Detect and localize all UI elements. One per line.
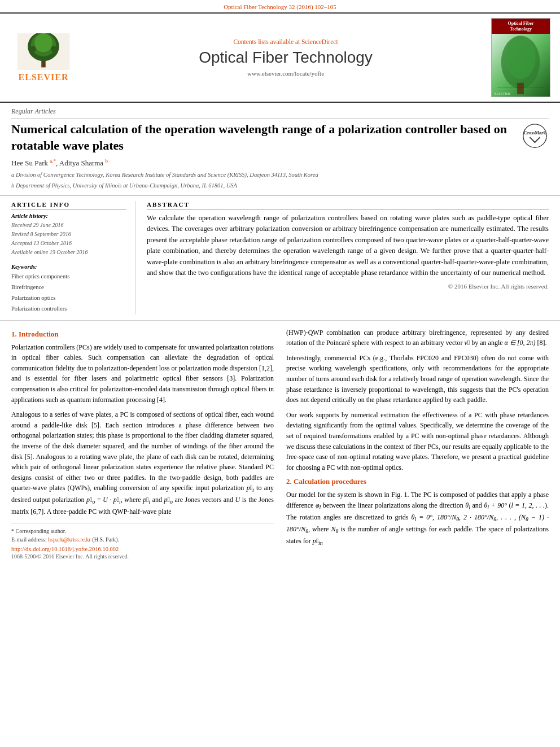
history-label: Article history: — [11, 213, 126, 219]
elsevier-tree-icon — [15, 33, 72, 70]
page-container: Optical Fiber Technology 32 (2016) 102–1… — [0, 0, 560, 566]
keywords-label: Keywords: — [11, 264, 126, 270]
section1-para2: Analogous to a series of wave plates, a … — [11, 409, 274, 517]
date-available: Available online 19 October 2016 — [11, 248, 126, 257]
svg-point-14 — [523, 124, 546, 147]
abstract-header: ABSTRACT — [147, 201, 549, 209]
logo-left: ELSEVIER — [7, 33, 80, 82]
main-content: 1. Introduction Polarization controllers… — [0, 321, 560, 566]
right-para2: Interestingly, commercial PCs (e.g., Tho… — [286, 353, 549, 405]
section2-para1: Our model for the system is shown in Fig… — [286, 490, 549, 547]
journal-cover: Optical Fiber Technology — [491, 18, 550, 97]
svg-point-5 — [30, 46, 36, 52]
crossmark-icon: CrossMark — [522, 123, 548, 148]
section1-heading: 1. Introduction — [11, 330, 274, 339]
svg-text:ELSEVIER: ELSEVIER — [495, 91, 511, 95]
header-center: Contents lists available at ScienceDirec… — [86, 38, 485, 77]
keywords-list: Fiber optics components Birefringence Po… — [11, 272, 126, 314]
keyword-4: Polarization controllers — [11, 304, 126, 314]
cover-title: Optical Fiber Technology — [492, 19, 550, 34]
abstract-column: ABSTRACT We calculate the operation wave… — [147, 201, 549, 314]
header: ELSEVIER Contents lists available at Sci… — [0, 12, 560, 103]
right-para1: (HWP)-QWP combination can produce arbitr… — [286, 327, 549, 348]
date-received: Received 29 June 2016 — [11, 221, 126, 230]
authors: Hee Su Park a,*, Aditya Sharma b — [11, 158, 549, 168]
abstract-text: We calculate the operation wavelength ra… — [147, 213, 549, 278]
keyword-3: Polarization optics — [11, 293, 126, 304]
section2-heading: 2. Calculation procedures — [286, 477, 549, 486]
top-banner: Optical Fiber Technology 32 (2016) 102–1… — [0, 0, 560, 12]
svg-text:CrossMark: CrossMark — [523, 130, 546, 135]
sciencedirect-link-text[interactable]: ScienceDirect — [301, 38, 338, 45]
svg-point-6 — [51, 46, 57, 52]
date-accepted: Accepted 13 October 2016 — [11, 239, 126, 248]
sciencedirect-line: Contents lists available at ScienceDirec… — [86, 38, 485, 45]
keyword-1: Fiber optics components — [11, 272, 126, 282]
cover-image: ELSEVIER — [492, 34, 550, 97]
footnote-email: E-mail address: hspark@kriss.re.kr (H.S.… — [11, 535, 274, 544]
journal-citation: Optical Fiber Technology 32 (2016) 102–1… — [224, 3, 336, 10]
affiliation-b: b Department of Physics, University of I… — [11, 181, 549, 190]
article-title: Numerical calculation of the operation w… — [11, 121, 509, 154]
article-title-row: Numerical calculation of the operation w… — [11, 121, 549, 154]
journal-title: Optical Fiber Technology — [86, 49, 485, 67]
date-revised: Revised 8 September 2016 — [11, 230, 126, 239]
article-meta: Regular Articles Numerical calculation o… — [0, 103, 560, 195]
footnote-corresponding: * Corresponding author. — [11, 527, 274, 535]
copyright-line: © 2016 Elsevier Inc. All rights reserved… — [147, 283, 549, 290]
svg-rect-11 — [517, 83, 524, 94]
right-column: (HWP)-QWP combination can produce arbitr… — [286, 327, 549, 560]
dates-list: Received 29 June 2016 Revised 8 Septembe… — [11, 221, 126, 257]
doi-link[interactable]: http://dx.doi.org/10.1016/j.yofte.2016.1… — [11, 546, 274, 552]
article-info-column: ARTICLE INFO Article history: Received 2… — [11, 201, 135, 314]
section1-para1: Polarization controllers (PCs) are widel… — [11, 342, 274, 405]
section-label: Regular Articles — [11, 107, 549, 119]
left-column: 1. Introduction Polarization controllers… — [11, 327, 274, 560]
email-link[interactable]: hspark@kriss.re.kr — [48, 536, 91, 543]
svg-point-10 — [506, 36, 536, 79]
elsevier-label: ELSEVIER — [19, 72, 69, 82]
footnote-section: * Corresponding author. E-mail address: … — [11, 523, 274, 560]
affiliation-a: a Division of Convergence Technology, Ko… — [11, 171, 549, 180]
crossmark-badge: CrossMark — [520, 121, 549, 150]
logo-right: Optical Fiber Technology — [491, 18, 553, 97]
right-para3: Our work supports by numerical estimatio… — [286, 410, 549, 473]
article-info-header: ARTICLE INFO — [11, 201, 126, 209]
journal-url: www.elsevier.com/locate/yofte — [86, 70, 485, 77]
elsevier-logo-box: ELSEVIER — [15, 33, 72, 82]
svg-point-7 — [40, 33, 48, 42]
issn-line: 1068-5200/© 2016 Elsevier Inc. All right… — [11, 553, 274, 560]
keyword-2: Birefringence — [11, 282, 126, 293]
article-info-abstract-section: ARTICLE INFO Article history: Received 2… — [0, 195, 560, 321]
